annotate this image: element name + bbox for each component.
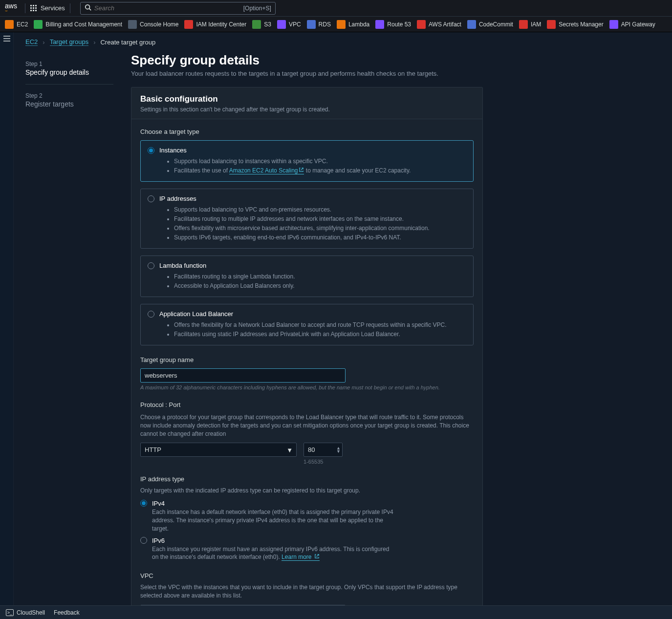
protocol-value: HTTP: [140, 443, 297, 457]
external-link-icon: [314, 553, 320, 561]
favorite-s3[interactable]: S3: [252, 20, 271, 29]
favorite-console-home[interactable]: Console Home: [128, 20, 178, 29]
stepper-icon[interactable]: ▲▼: [336, 447, 341, 453]
radio-bullet: Facilitates using static IP addresses an…: [174, 330, 466, 339]
radio-icon: [148, 147, 154, 154]
divider: [25, 84, 113, 85]
radio-icon: [140, 500, 147, 507]
radio-bullet: Supports load balancing to VPC and on-pr…: [174, 205, 466, 214]
panel-header: Basic configuration Settings in this sec…: [131, 87, 482, 119]
favorite-api-gateway[interactable]: API Gateway: [609, 20, 655, 29]
cloudshell-button[interactable]: >_ CloudShell: [6, 609, 45, 616]
ip-type-ipv4[interactable]: IPv4 Each instance has a default network…: [140, 500, 474, 533]
side-rail: [0, 32, 14, 605]
service-icon: [307, 20, 316, 29]
favorite-iam[interactable]: IAM: [519, 20, 541, 29]
page-subtitle: Your load balancer routes requests to th…: [131, 70, 483, 77]
target-type-lambda[interactable]: Lambda function Facilitates routing to a…: [140, 256, 474, 297]
ip-type-ipv6[interactable]: IPv6 Each instance you register must hav…: [140, 537, 474, 562]
breadcrumb-item[interactable]: EC2: [25, 38, 38, 46]
favorite-ec2[interactable]: EC2: [5, 20, 28, 29]
service-icon: [34, 20, 43, 29]
radio-bullet: Supports load balancing to instances wit…: [174, 157, 466, 166]
favorites-bar: EC2Billing and Cost ManagementConsole Ho…: [0, 17, 672, 32]
wizard-main: Specify group details Your load balancer…: [131, 50, 483, 605]
service-icon: [5, 20, 14, 29]
ip-type-label: IP address type: [140, 475, 474, 483]
cloudshell-label: CloudShell: [17, 609, 45, 616]
target-group-name-input[interactable]: [140, 368, 346, 383]
global-header: aws ⌣ Services [Option+S]: [0, 0, 672, 17]
breadcrumb-item: Create target group: [100, 39, 155, 46]
wizard-step-2[interactable]: Step 2 Register targets: [25, 88, 113, 112]
page-title: Specify group details: [131, 53, 483, 68]
target-type-instances[interactable]: Instances Supports load balancing to ins…: [140, 140, 474, 182]
favorite-label: VPC: [289, 21, 301, 28]
favorite-route-53[interactable]: Route 53: [375, 20, 411, 29]
favorite-label: S3: [264, 21, 271, 28]
hamburger-icon[interactable]: [3, 35, 11, 43]
svg-point-0: [86, 5, 90, 9]
step-title: Specify group details: [25, 68, 113, 76]
favorite-aws-artifact[interactable]: AWS Artifact: [417, 20, 461, 29]
wizard-step-1[interactable]: Step 1 Specify group details: [25, 57, 113, 80]
auto-scaling-link[interactable]: Amazon EC2 Auto Scaling: [229, 167, 304, 174]
grid-icon: [30, 5, 37, 11]
vpc-desc: Select the VPC with the instances that y…: [140, 583, 474, 600]
favorite-label: Route 53: [387, 21, 411, 28]
service-icon: [417, 20, 426, 29]
target-type-ip-addresses[interactable]: IP addresses Supports load balancing to …: [140, 189, 474, 249]
aws-logo[interactable]: aws ⌣: [5, 3, 17, 13]
favorite-rds[interactable]: RDS: [307, 20, 331, 29]
radio-icon: [148, 195, 154, 202]
favorite-label: EC2: [17, 21, 28, 28]
text: Facilitates the use of: [174, 167, 229, 174]
radio-bullet: Supports IPv6 targets, enabling end-to-e…: [174, 233, 466, 242]
protocol-select[interactable]: HTTP ▼: [140, 443, 297, 457]
service-icon: [128, 20, 137, 29]
service-icon: [375, 20, 384, 29]
favorite-label: Billing and Cost Management: [45, 21, 122, 28]
svg-line-1: [89, 9, 91, 11]
radio-title: IPv4: [152, 500, 396, 507]
chevron-right-icon: ›: [43, 39, 44, 46]
content-scroll: EC2›Target groups›Create target group St…: [14, 32, 672, 605]
favorite-iam-identity-center[interactable]: IAM Identity Center: [184, 20, 246, 29]
cloudshell-icon: >_: [6, 609, 14, 616]
radio-bullet: Facilitates routing to a single Lambda f…: [174, 272, 466, 281]
step-title: Register targets: [25, 100, 113, 108]
radio-title: IP addresses: [159, 195, 196, 202]
global-footer: >_ CloudShell Feedback: [0, 605, 672, 619]
service-icon: [467, 20, 476, 29]
port-helper: 1-65535: [303, 459, 343, 465]
panel-title: Basic configuration: [140, 94, 474, 104]
external-link-icon: [299, 166, 304, 175]
feedback-label: Feedback: [54, 609, 80, 616]
favorite-label: IAM: [531, 21, 541, 28]
radio-desc: Each instance you register must have an …: [152, 545, 396, 562]
favorite-secrets-manager[interactable]: Secrets Manager: [547, 20, 603, 29]
feedback-button[interactable]: Feedback: [54, 609, 80, 616]
radio-bullet: Accessible to Application Load Balancers…: [174, 281, 466, 290]
services-label: Services: [41, 4, 65, 12]
protocol-port-desc: Choose a protocol for your target group …: [140, 413, 474, 438]
radio-title: Instances: [159, 147, 187, 154]
services-menu[interactable]: Services: [30, 4, 65, 12]
text: to manage and scale your EC2 capacity.: [304, 167, 411, 174]
ip-type-desc: Only targets with the indicated IP addre…: [140, 487, 474, 495]
favorite-billing-and-cost-management[interactable]: Billing and Cost Management: [34, 20, 122, 29]
global-search[interactable]: [Option+S]: [80, 2, 276, 15]
vpc-label: VPC: [140, 572, 474, 579]
favorite-lambda[interactable]: Lambda: [337, 20, 369, 29]
favorite-label: API Gateway: [621, 21, 655, 28]
tg-name-label: Target group name: [140, 356, 474, 363]
favorite-vpc[interactable]: VPC: [277, 20, 301, 29]
breadcrumb-item[interactable]: Target groups: [50, 38, 89, 46]
ipv6-learn-more-link[interactable]: Learn more: [282, 554, 320, 561]
port-input-wrap[interactable]: ▲▼: [303, 443, 343, 457]
favorite-codecommit[interactable]: CodeCommit: [467, 20, 513, 29]
target-type-alb[interactable]: Application Load Balancer Offers the fle…: [140, 304, 474, 345]
app-shell: EC2›Target groups›Create target group St…: [0, 32, 672, 605]
target-type-label: Choose a target type: [140, 128, 474, 135]
favorite-label: CodeCommit: [479, 21, 513, 28]
